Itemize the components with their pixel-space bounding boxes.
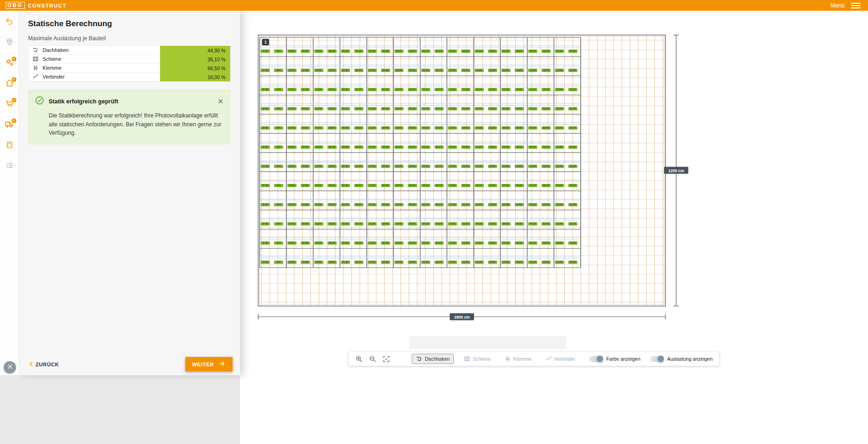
svg-text:94%: 94% — [277, 127, 281, 129]
schiene-icon — [32, 56, 39, 62]
svg-text:44.1%: 44.1% — [423, 108, 429, 110]
svg-text:84.3%: 84.3% — [343, 242, 349, 244]
svg-text:94.5%: 94.5% — [516, 242, 522, 244]
sidebar-item-gears[interactable]: ✓ — [4, 58, 15, 68]
svg-text:84.5%: 84.5% — [289, 146, 295, 148]
svg-text:84.3%: 84.3% — [343, 165, 349, 167]
svg-text:84.9%: 84.9% — [383, 146, 389, 148]
notification-badge: ✓ — [11, 97, 17, 103]
hamburger-menu-icon[interactable] — [851, 3, 862, 8]
sidebar-item-truck[interactable]: ✓ — [4, 120, 15, 130]
svg-text:25.9%: 25.9% — [489, 50, 496, 52]
sidebar-item-location-pin[interactable] — [4, 37, 15, 48]
svg-text:96.4%: 96.4% — [409, 184, 416, 187]
toggle-label: Farbe anzeigen — [606, 356, 641, 362]
svg-text:37.2%: 37.2% — [369, 165, 375, 167]
svg-text:63.6%: 63.6% — [543, 204, 549, 206]
svg-text:30.3%: 30.3% — [570, 146, 576, 148]
svg-text:94.5%: 94.5% — [302, 50, 308, 52]
svg-text:96.4%: 96.4% — [409, 50, 416, 52]
toolbar-button-dachhaken[interactable]: Dachhaken — [412, 354, 454, 364]
svg-text:25.9%: 25.9% — [556, 88, 562, 91]
fit-screen-icon[interactable] — [382, 355, 390, 363]
sidebar-item-back-arrow[interactable] — [4, 17, 15, 27]
svg-text:95.4%: 95.4% — [396, 69, 402, 72]
page-title: Statische Berechnung — [28, 19, 231, 29]
svg-text:37.2%: 37.2% — [369, 146, 375, 148]
svg-text:44.1%: 44.1% — [423, 50, 429, 52]
svg-text:44.1%: 44.1% — [530, 50, 536, 52]
svg-text:96.4%: 96.4% — [409, 261, 416, 263]
svg-text:44.2%: 44.2% — [476, 184, 482, 187]
svg-text:96.4%: 96.4% — [409, 165, 416, 167]
svg-text:1200 cm: 1200 cm — [668, 168, 684, 173]
svg-text:84.5%: 84.5% — [289, 88, 295, 91]
svg-text:44.1%: 44.1% — [423, 223, 429, 225]
svg-text:37.2%: 37.2% — [369, 88, 375, 91]
component-label: Klemme — [43, 65, 61, 71]
toggle-auslastung-anzeigen[interactable] — [650, 356, 664, 362]
svg-text:44.1%: 44.1% — [530, 242, 536, 244]
svg-text:94.5%: 94.5% — [302, 88, 308, 91]
svg-text:94%: 94% — [277, 69, 281, 72]
svg-text:63.6%: 63.6% — [543, 127, 549, 129]
svg-text:44.1%: 44.1% — [423, 146, 429, 148]
close-icon[interactable] — [217, 98, 224, 105]
svg-text:84.5%: 84.5% — [289, 242, 295, 244]
svg-text:63.6%: 63.6% — [463, 261, 469, 263]
next-label: WEITER — [192, 362, 214, 367]
svg-text:95.4%: 95.4% — [329, 127, 335, 129]
menu-label[interactable]: Menü — [831, 2, 845, 9]
drawing-canvas: 37.5%94%84.5%94.5%93.5%95.4%84.3%94.2%37… — [240, 11, 868, 444]
svg-text:44.2%: 44.2% — [476, 223, 482, 225]
svg-text:94%: 94% — [277, 184, 281, 187]
sidebar-item-calculator[interactable] — [4, 140, 15, 151]
svg-text:96.1%: 96.1% — [436, 127, 442, 129]
svg-text:44.1%: 44.1% — [423, 204, 429, 206]
svg-text:63.6%: 63.6% — [543, 146, 549, 148]
svg-text:94.5%: 94.5% — [302, 146, 308, 148]
svg-text:84.5%: 84.5% — [289, 127, 295, 129]
svg-text:37.5%: 37.5% — [262, 108, 268, 110]
toggle-farbe-anzeigen[interactable] — [589, 356, 603, 362]
component-value: 44,90 % — [160, 46, 230, 55]
svg-text:37.2%: 37.2% — [369, 127, 375, 129]
component-value: 35,10 % — [160, 55, 230, 64]
component-row: Schiene35,10 % — [29, 55, 230, 64]
svg-text:94.5%: 94.5% — [302, 165, 308, 167]
svg-text:94.2%: 94.2% — [356, 146, 362, 148]
svg-text:84.5%: 84.5% — [503, 127, 509, 129]
svg-text:84.3%: 84.3% — [343, 50, 349, 52]
zoom-out-icon[interactable] — [369, 355, 377, 363]
svg-text:94%: 94% — [277, 165, 281, 167]
toolbar-button-schiene[interactable]: Schiene — [460, 354, 495, 364]
close-fab-button[interactable] — [4, 361, 16, 373]
svg-text:95.4%: 95.4% — [396, 88, 402, 91]
svg-text:30.3%: 30.3% — [570, 223, 576, 225]
svg-text:95.4%: 95.4% — [329, 88, 335, 91]
brand-obo: OBO — [6, 2, 25, 9]
svg-text:44.2%: 44.2% — [476, 204, 482, 206]
svg-text:63.6%: 63.6% — [463, 108, 469, 110]
sidebar-item-cart[interactable]: ✓ — [4, 99, 15, 109]
roof-plan-drawing[interactable]: 37.5%94%84.5%94.5%93.5%95.4%84.3%94.2%37… — [258, 35, 689, 326]
sidebar-item-checklist[interactable] — [4, 161, 15, 171]
svg-text:96.4%: 96.4% — [409, 69, 416, 72]
next-button[interactable]: WEITER — [185, 357, 233, 371]
back-button[interactable]: ZURÜCK — [28, 361, 59, 368]
toggle-group: Farbe anzeigen — [589, 356, 641, 362]
svg-text:93.5%: 93.5% — [316, 223, 322, 225]
toggle-knob — [657, 355, 664, 363]
svg-text:30.3%: 30.3% — [570, 261, 576, 263]
svg-text:95.4%: 95.4% — [329, 108, 335, 110]
zoom-in-icon[interactable] — [355, 355, 363, 363]
svg-text:95.4%: 95.4% — [329, 146, 335, 148]
svg-text:37.2%: 37.2% — [369, 242, 375, 244]
svg-text:94.2%: 94.2% — [356, 127, 362, 129]
svg-text:37.5%: 37.5% — [262, 261, 268, 263]
toolbar-button-verbinder[interactable]: Verbinder — [541, 354, 580, 364]
sidebar-item-house[interactable]: ✓ — [4, 79, 15, 89]
svg-text:37.5%: 37.5% — [262, 69, 268, 72]
toolbar-button-klemme[interactable]: Klemme — [500, 354, 536, 364]
svg-text:63.6%: 63.6% — [463, 242, 469, 244]
